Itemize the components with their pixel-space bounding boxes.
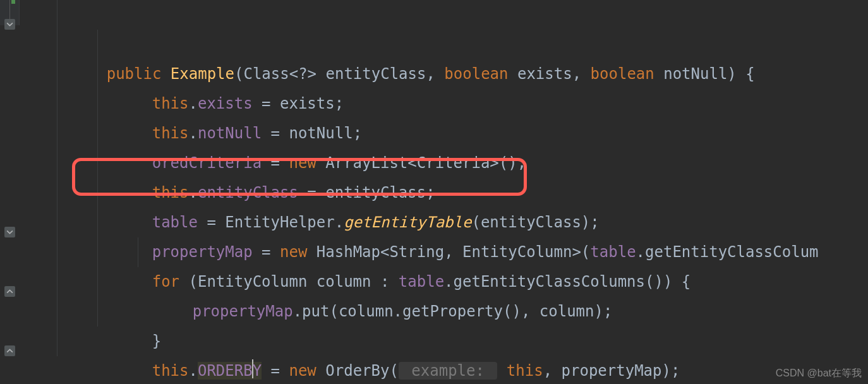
code-line: propertyMap = new HashMap<String, Entity… xyxy=(19,178,868,208)
code-line: this.notNull = notNull; xyxy=(19,59,868,89)
inline-hint: example: xyxy=(399,362,498,380)
fold-marker-icon[interactable] xyxy=(4,345,15,356)
fold-marker-icon[interactable] xyxy=(4,227,15,237)
code-editor[interactable]: public Example(Class<?> entityClass, boo… xyxy=(0,0,868,25)
code-line: propertyMap.put(column.getProperty(), co… xyxy=(19,237,868,267)
code-line: this.ORDERBY = new OrderBy( example: thi… xyxy=(19,297,868,327)
code-line: } xyxy=(19,327,868,356)
code-line: } xyxy=(19,267,868,297)
code-line: this.entityClass = entityClass; xyxy=(19,119,868,148)
code-area[interactable]: public Example(Class<?> entityClass, boo… xyxy=(19,0,868,25)
gutter xyxy=(0,0,20,25)
code-line: table = EntityHelper.getEntityTable(enti… xyxy=(19,148,868,178)
code-line: for (EntityColumn column : table.getEnti… xyxy=(19,208,868,237)
code-line: this.exists = exists; xyxy=(19,30,868,59)
watermark: CSDN @bat在等我 xyxy=(776,367,862,380)
fold-marker-icon[interactable] xyxy=(4,19,15,30)
fold-marker-icon[interactable] xyxy=(4,286,15,297)
code-line: oredCriteria = new ArrayList<Criteria>()… xyxy=(19,89,868,119)
code-line: public Example(Class<?> entityClass, boo… xyxy=(19,0,868,30)
